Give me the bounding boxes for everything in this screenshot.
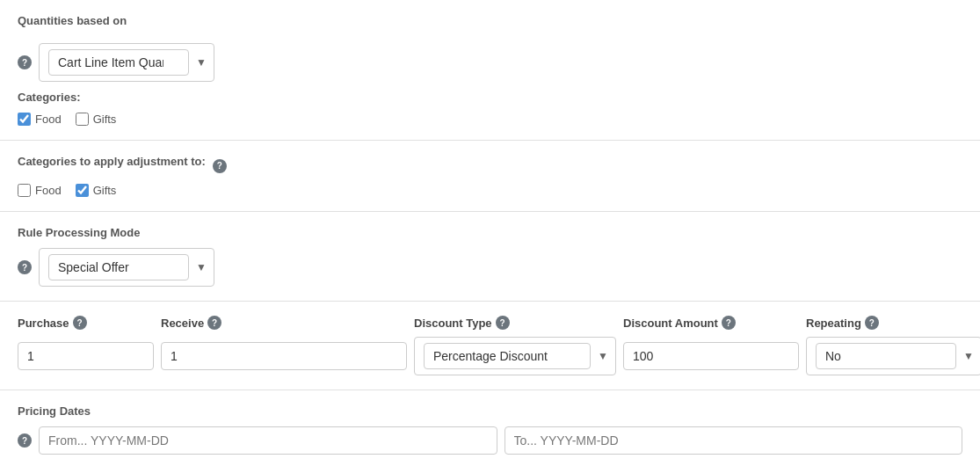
pricing-dates-section: Pricing Dates ? [0,390,980,466]
repeating-select-wrapper: No Yes ▼ [806,337,980,375]
pricing-dates-label: Pricing Dates [18,404,962,418]
receive-col-label: Receive [161,317,204,330]
rule-processing-select[interactable]: Special Offer Bulk Pricing Tiered Pricin… [48,254,189,280]
offer-table-header: Purchase ? Receive ? Discount Type ? Dis… [18,316,962,330]
receive-help-icon[interactable]: ? [207,316,221,330]
quantities-help-icon[interactable]: ? [18,55,32,69]
discount-type-cell: Percentage Discount Fixed Amount Fixed P… [414,337,616,375]
categories-source-label: Categories: [18,91,962,104]
discount-amount-help-icon[interactable]: ? [722,316,736,330]
repeating-select[interactable]: No Yes [816,343,956,369]
repeating-col-label: Repeating [806,317,861,330]
discount-type-col-header: Discount Type ? [414,316,616,330]
purchase-col-label: Purchase [18,317,69,330]
purchase-input[interactable] [18,342,154,370]
gifts-source-checkbox[interactable] [76,113,89,126]
food-source-label[interactable]: Food [18,113,62,126]
quantities-label: Quantities based on [18,14,127,27]
rule-processing-section: Rule Processing Mode ? Special Offer Bul… [0,212,980,302]
categories-apply-help-icon[interactable]: ? [213,159,227,173]
categories-apply-section: Categories to apply adjustment to: ? Foo… [0,141,980,212]
food-apply-checkbox[interactable] [18,184,31,197]
food-apply-label[interactable]: Food [18,184,62,197]
discount-type-chevron-icon: ▼ [598,350,608,362]
offer-table-row: Percentage Discount Fixed Amount Fixed P… [18,337,962,375]
rule-select-wrapper: Special Offer Bulk Pricing Tiered Pricin… [39,248,214,287]
offer-table-section: Purchase ? Receive ? Discount Type ? Dis… [0,302,980,390]
from-date-input[interactable] [39,426,497,455]
quantities-chevron-icon: ▼ [196,56,207,69]
purchase-col-header: Purchase ? [18,316,154,330]
gifts-source-text: Gifts [93,113,117,126]
quantities-select[interactable]: Cart Line Item Quantity Cart Total Quant… [48,49,189,76]
discount-amount-cell [623,342,799,370]
rule-processing-label: Rule Processing Mode [18,226,962,239]
categories-source-row: Food Gifts [18,113,962,126]
gifts-source-label[interactable]: Gifts [76,113,117,126]
receive-col-header: Receive ? [161,316,407,330]
pricing-dates-row: ? [18,426,962,455]
gifts-apply-checkbox[interactable] [76,184,89,197]
purchase-help-icon[interactable]: ? [73,316,87,330]
categories-apply-label: Categories to apply adjustment to: [18,155,206,168]
quantities-section: Quantities based on ? Cart Line Item Qua… [0,0,980,141]
categories-apply-row: Food Gifts [18,184,962,197]
rule-processing-help-icon[interactable]: ? [18,260,32,274]
discount-type-select-wrapper: Percentage Discount Fixed Amount Fixed P… [414,337,616,375]
receive-input-cell [161,342,407,370]
repeating-cell: No Yes ▼ [806,337,980,375]
receive-input[interactable] [161,342,407,370]
pricing-dates-help-icon[interactable]: ? [18,433,32,448]
repeating-chevron-icon: ▼ [963,350,974,362]
food-apply-text: Food [35,184,62,197]
discount-amount-col-header: Discount Amount ? [623,316,799,330]
discount-amount-input[interactable] [623,342,799,370]
repeating-col-header: Repeating ? [806,316,980,330]
food-source-text: Food [35,113,62,126]
to-date-input[interactable] [505,426,963,455]
discount-type-col-label: Discount Type [414,317,492,330]
rule-processing-chevron-icon: ▼ [196,261,207,273]
discount-amount-col-label: Discount Amount [623,317,718,330]
discount-type-help-icon[interactable]: ? [496,316,510,330]
discount-type-select[interactable]: Percentage Discount Fixed Amount Fixed P… [424,343,591,369]
repeating-help-icon[interactable]: ? [865,316,879,330]
gifts-apply-text: Gifts [93,184,117,197]
gifts-apply-label[interactable]: Gifts [76,184,117,197]
purchase-input-cell [18,342,154,370]
quantities-select-wrapper: Cart Line Item Quantity Cart Total Quant… [39,43,214,82]
food-source-checkbox[interactable] [18,113,31,126]
